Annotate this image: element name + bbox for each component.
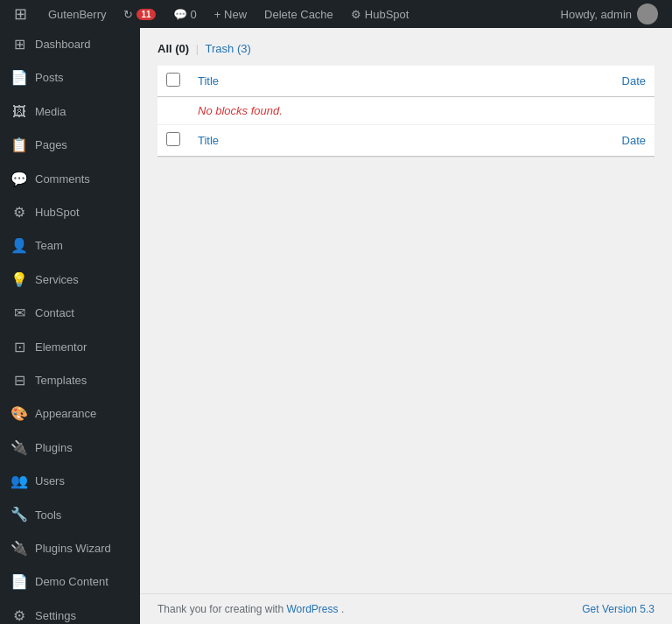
sidebar-item-label: Posts [35, 70, 64, 86]
filter-trash[interactable]: Trash (3) [206, 42, 251, 55]
hubspot-icon: ⚙ [10, 203, 28, 222]
plugins-wizard-icon: 🔌 [10, 539, 28, 558]
sidebar-item-label: Comments [35, 172, 90, 187]
wordpress-link[interactable]: WordPress [286, 603, 338, 615]
footer-credit: Thank you for creating with WordPress . [158, 603, 344, 615]
sidebar-item-label: HubSpot [35, 205, 80, 221]
site-name: GutenBerry [48, 8, 106, 21]
sidebar-item-hubspot[interactable]: ⚙ HubSpot [0, 196, 140, 229]
empty-message-row: No blocks found. [158, 97, 654, 125]
admin-bar: ⊞ GutenBerry ↻ 11 💬 0 + New Delete Cache… [0, 0, 672, 28]
sidebar-item-posts[interactable]: 📄 Posts [0, 61, 140, 95]
col-date-bottom[interactable]: Date [537, 125, 654, 157]
sidebar-item-contact[interactable]: ✉ Contact [0, 297, 140, 330]
howdy-text: Howdy, admin [561, 8, 632, 21]
select-all-checkbox-top[interactable] [158, 66, 189, 97]
sidebar-item-users[interactable]: 👥 Users [0, 465, 140, 498]
elementor-icon: ⊡ [10, 338, 28, 357]
sidebar-item-label: Plugins Wizard [35, 541, 111, 557]
sidebar-item-plugins-wizard[interactable]: 🔌 Plugins Wizard [0, 532, 140, 565]
pages-icon: 📋 [10, 136, 28, 155]
empty-cb [158, 97, 189, 125]
hubspot-icon: ⚙ [351, 8, 361, 21]
sidebar-item-label: Dashboard [35, 37, 91, 53]
services-icon: 💡 [10, 270, 28, 290]
users-icon: 👥 [10, 472, 28, 491]
sidebar-item-label: Settings [35, 608, 76, 624]
sidebar-item-label: Templates [35, 373, 87, 389]
sidebar-item-pages[interactable]: 📋 Pages [0, 129, 140, 162]
sidebar-item-media[interactable]: 🖼 Media [0, 95, 140, 129]
demo-content-icon: 📄 [10, 572, 28, 592]
updates-link[interactable]: ↻ 11 [116, 0, 162, 28]
tools-icon: 🔧 [10, 505, 28, 524]
sidebar-item-label: Demo Content [35, 574, 108, 590]
sidebar-item-comments[interactable]: 💬 Comments [0, 163, 140, 196]
filter-all[interactable]: All (0) [158, 42, 192, 55]
sidebar-item-appearance[interactable]: 🎨 Appearance [0, 397, 140, 431]
wp-logo-icon[interactable]: ⊞ [7, 4, 34, 24]
sidebar-item-label: Appearance [35, 406, 96, 422]
version-link[interactable]: Get Version 5.3 [582, 603, 654, 615]
sidebar-item-tools[interactable]: 🔧 Tools [0, 498, 140, 531]
sidebar-item-label: Media [35, 104, 66, 120]
new-button[interactable]: + New [207, 8, 254, 21]
col-title-bottom[interactable]: Title [189, 125, 537, 157]
dashboard-icon: ⊞ [10, 35, 28, 54]
team-icon: 👤 [10, 236, 28, 256]
contact-icon: ✉ [10, 304, 28, 323]
no-blocks-message: No blocks found. [189, 97, 654, 125]
col-title-top[interactable]: Title [189, 66, 537, 97]
sidebar-item-team[interactable]: 👤 Team [0, 229, 140, 263]
avatar [637, 4, 658, 25]
main-content: All (0) | Trash (3) Title [140, 28, 672, 624]
sidebar-item-label: Team [35, 238, 63, 254]
sidebar-item-label: Contact [35, 305, 74, 321]
blocks-table: Title Date No blocks found. [158, 66, 654, 157]
filter-separator: | [196, 42, 199, 55]
sidebar-item-plugins[interactable]: 🔌 Plugins [0, 431, 140, 465]
sidebar-item-label: Plugins [35, 440, 73, 456]
updates-icon: ↻ [123, 8, 133, 21]
page-footer: Thank you for creating with WordPress . … [140, 593, 672, 624]
comments-icon: 💬 [173, 8, 187, 21]
delete-cache-button[interactable]: Delete Cache [257, 0, 340, 28]
sidebar-item-services[interactable]: 💡 Services [0, 263, 140, 297]
hubspot-link[interactable]: ⚙ HubSpot [344, 0, 416, 28]
sidebar-item-dashboard[interactable]: ⊞ Dashboard [0, 28, 140, 61]
updates-count: 11 [136, 9, 155, 20]
sidebar-item-settings[interactable]: ⚙ Settings [0, 599, 140, 624]
sidebar-item-label: Services [35, 272, 79, 288]
site-name-link[interactable]: GutenBerry [41, 0, 113, 28]
sidebar-item-label: Pages [35, 137, 67, 153]
filter-links: All (0) | Trash (3) [158, 42, 654, 55]
user-menu[interactable]: Howdy, admin [554, 4, 665, 25]
comments-icon: 💬 [10, 170, 28, 189]
templates-icon: ⊟ [10, 371, 28, 390]
comments-link[interactable]: 💬 0 [166, 0, 204, 28]
plugins-icon: 🔌 [10, 438, 28, 458]
sidebar-item-label: Elementor [35, 340, 87, 355]
sidebar-item-label: Tools [35, 508, 61, 523]
table-header-top: Title Date [158, 66, 654, 97]
sidebar-item-label: Users [35, 473, 65, 489]
sidebar: ⊞ Dashboard 📄 Posts 🖼 Media 📋 Pages 💬 Co… [0, 28, 140, 624]
media-icon: 🖼 [10, 102, 28, 122]
select-all-input-top[interactable] [166, 73, 180, 87]
sidebar-item-templates[interactable]: ⊟ Templates [0, 364, 140, 397]
sidebar-item-elementor[interactable]: ⊡ Elementor [0, 331, 140, 364]
settings-icon: ⚙ [10, 606, 28, 624]
col-date-top[interactable]: Date [537, 66, 654, 97]
posts-icon: 📄 [10, 68, 28, 88]
sidebar-item-demo-content[interactable]: 📄 Demo Content [0, 565, 140, 599]
select-all-input-bottom[interactable] [166, 132, 180, 146]
select-all-checkbox-bottom[interactable] [158, 125, 189, 157]
appearance-icon: 🎨 [10, 404, 28, 424]
table-header-bottom: Title Date [158, 125, 654, 157]
comments-count: 0 [191, 8, 197, 21]
